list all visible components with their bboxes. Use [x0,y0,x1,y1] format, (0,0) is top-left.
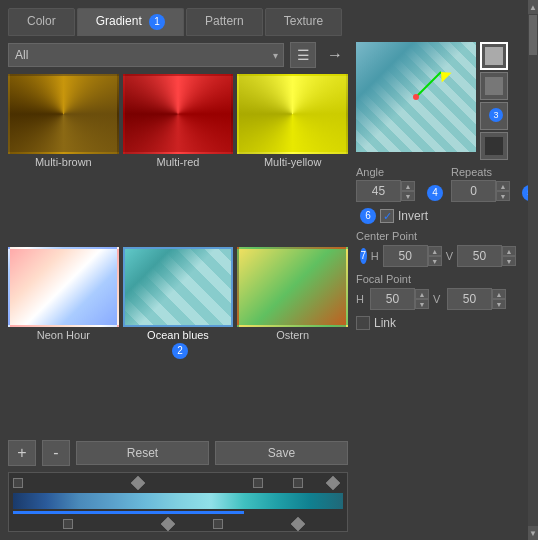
angle-badge-wrapper: 4 [423,185,443,201]
angle-up-arrow[interactable]: ▲ [401,181,415,191]
invert-label: Invert [398,209,428,223]
stop-marker[interactable] [326,476,340,490]
swatch-button-1[interactable] [480,42,508,70]
invert-checkbox[interactable]: ✓ [380,209,394,223]
stop-marker[interactable] [213,519,223,529]
scroll-down-arrow[interactable]: ▼ [528,526,538,540]
swatch-button-3-badge: 3 [489,108,503,122]
forward-arrow-icon[interactable]: → [322,42,348,68]
angle-down-arrow[interactable]: ▼ [401,191,415,201]
reset-button[interactable]: Reset [76,441,209,465]
focal-v-input[interactable] [447,288,492,310]
list-item[interactable]: Multi-yellow [237,74,348,243]
right-panel: 3 Angle ▲ ▼ [356,42,516,532]
svg-line-0 [416,72,441,97]
filter-row: All ☰ → [8,42,348,68]
angle-repeats-row: Angle ▲ ▼ 4 Repeats [356,166,516,202]
focal-h-label: H [356,293,366,305]
stop-marker[interactable] [253,478,263,488]
gradient-label-multi-yellow: Multi-yellow [264,156,321,168]
angle-field-group: Angle ▲ ▼ [356,166,415,202]
focal-h-input[interactable] [370,288,415,310]
left-panel: All ☰ → Multi-brown Multi-red [8,42,348,532]
stop-marker[interactable] [13,478,23,488]
swatch-square-3: 3 [485,107,503,125]
preview-canvas [356,42,476,152]
remove-button[interactable]: - [42,440,70,466]
color-gradient-bar [13,493,343,509]
scroll-thumb[interactable] [529,15,537,55]
list-view-icon[interactable]: ☰ [290,42,316,68]
focal-point-label: Focal Point [356,273,516,285]
stop-marker[interactable] [293,478,303,488]
gradient-thumb-multi-red [123,74,234,154]
repeats-label: Repeats [451,166,510,178]
ocean-blues-badge: 2 [172,343,188,359]
stop-marker[interactable] [63,519,73,529]
badge-4: 4 [427,185,443,201]
list-item[interactable]: Multi-brown [8,74,119,243]
focal-v-label: V [433,293,443,305]
repeats-down-arrow[interactable]: ▼ [496,191,510,201]
focal-h-up[interactable]: ▲ [415,289,429,299]
scroll-up-arrow[interactable]: ▲ [528,0,538,14]
filter-select[interactable]: All [8,43,284,67]
gradient-thumb-neon-hour [8,247,119,327]
center-h-label: H [371,250,379,262]
progress-bar-blue [13,511,343,514]
center-v-input[interactable] [457,245,502,267]
invert-row: 6 ✓ Invert [356,208,516,224]
tab-gradient[interactable]: Gradient 1 [77,8,184,36]
grid-area: Multi-brown Multi-red Multi-yellow Neon … [8,74,348,434]
link-row: Link [356,316,516,330]
center-v-up[interactable]: ▲ [502,246,516,256]
stop-marker[interactable] [291,517,305,531]
preview-area: 3 [356,42,516,160]
focal-h-dn[interactable]: ▼ [415,299,429,309]
focal-point-row: H ▲ ▼ V ▲ ▼ [356,288,516,310]
list-item[interactable]: Neon Hour [8,247,119,434]
repeats-input[interactable] [451,180,496,202]
scrollbar[interactable]: ▲ ▼ [528,0,538,540]
stop-marker[interactable] [161,517,175,531]
center-h-up[interactable]: ▲ [428,246,442,256]
swatch-square-4 [485,137,503,155]
gradient-label-multi-red: Multi-red [157,156,200,168]
bottom-stop-row [13,516,343,532]
top-stop-row [13,475,343,491]
repeats-spin-arrows: ▲ ▼ [496,181,510,201]
angle-input[interactable] [356,180,401,202]
tab-bar: Color Gradient 1 Pattern Texture [8,8,530,36]
save-button[interactable]: Save [215,441,348,465]
gradient-grid: Multi-brown Multi-red Multi-yellow Neon … [8,74,348,434]
add-button[interactable]: + [8,440,36,466]
filter-select-wrapper: All [8,43,284,67]
focal-v-spin: ▲ ▼ [447,288,506,310]
center-h-dn[interactable]: ▼ [428,256,442,266]
focal-v-dn[interactable]: ▼ [492,299,506,309]
swatch-button-4[interactable] [480,132,508,160]
content-area: All ☰ → Multi-brown Multi-red [8,42,530,532]
list-item[interactable]: Ostern [237,247,348,434]
list-item[interactable]: Multi-red [123,74,234,243]
svg-point-2 [413,94,419,100]
center-v-spin: ▲ ▼ [457,245,516,267]
center-v-dn[interactable]: ▼ [502,256,516,266]
center-h-input[interactable] [383,245,428,267]
repeats-up-arrow[interactable]: ▲ [496,181,510,191]
center-v-arrows: ▲ ▼ [502,246,516,266]
link-checkbox[interactable] [356,316,370,330]
tab-pattern[interactable]: Pattern [186,8,263,36]
swatch-button-3[interactable]: 3 [480,102,508,130]
angle-spin: ▲ ▼ [356,180,415,202]
gradient-label-multi-brown: Multi-brown [35,156,92,168]
stop-marker[interactable] [131,476,145,490]
angle-spin-arrows: ▲ ▼ [401,181,415,201]
focal-h-spin: ▲ ▼ [370,288,429,310]
list-item[interactable]: Ocean blues 2 [123,247,234,434]
tab-color[interactable]: Color [8,8,75,36]
tab-texture[interactable]: Texture [265,8,342,36]
badge-6: 6 [360,208,376,224]
focal-v-up[interactable]: ▲ [492,289,506,299]
swatch-button-2[interactable] [480,72,508,100]
